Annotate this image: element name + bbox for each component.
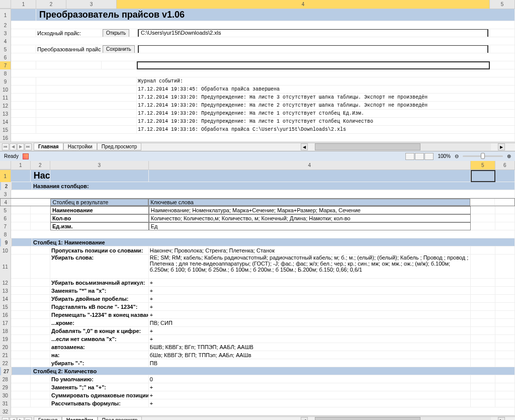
col-header[interactable]: 3 (50, 161, 149, 170)
view-page-layout-icon[interactable] (415, 153, 424, 160)
table-row[interactable]: Ед.изм. (50, 222, 149, 230)
zoom-in-icon[interactable]: ⊕ (507, 153, 511, 159)
macro-record-icon[interactable] (23, 153, 29, 159)
col-header[interactable]: 6 (495, 161, 515, 170)
log-title: Журнал событий: (137, 77, 515, 86)
setting-label: убирать "-": (50, 359, 149, 367)
tab-first-icon[interactable]: ⏮ (2, 143, 9, 150)
table-row[interactable]: Кол-во (50, 214, 149, 222)
setting-value[interactable]: + (149, 287, 471, 295)
setting-value[interactable]: + (149, 335, 471, 343)
col-header-5[interactable]: 5 (490, 0, 515, 9)
col-header-1[interactable]: 1 (11, 0, 36, 9)
table-header-keywords: Ключевые слова (148, 199, 470, 206)
scroll-thumb[interactable] (315, 143, 420, 150)
zoom-slider[interactable] (463, 155, 503, 157)
tab-next-icon[interactable]: ▶ (17, 143, 24, 150)
setting-value[interactable]: ПВ; СИП (149, 319, 471, 327)
scroll-thumb[interactable] (315, 417, 420, 420)
col-header[interactable]: 4 (149, 161, 471, 170)
setting-label: По умолчанию: (50, 375, 149, 383)
setting-value[interactable]: + (149, 311, 471, 319)
col-header-3[interactable]: 3 (66, 0, 117, 9)
table-row[interactable]: Наименование (50, 206, 149, 214)
row-header-6[interactable]: 6 (0, 53, 11, 61)
scroll-left-icon[interactable]: ◀ (301, 143, 308, 150)
settings-title: Настройки (32, 171, 50, 181)
setting-value[interactable]: БШВ; КВВГз; ВГп; ТППЭП; ААБЛ; ААШВ (149, 343, 471, 351)
setting-value[interactable]: бШв; КВВГЭ; ВГП; ТППэп; ААБл; ААШв (149, 351, 471, 359)
h-scrollbar-top[interactable]: ◀ ▶ (141, 143, 515, 151)
setting-value[interactable]: Наконеч; Проволока; Стренга; Плетенка; С… (149, 246, 471, 255)
top-pane: 1 2 3 4 5 1 Преобразователь прайсов v1.0… (0, 0, 515, 161)
table-row[interactable]: Ед (149, 222, 471, 230)
status-bar-top: Ready 100% ⊖ ⊕ (0, 151, 515, 161)
sheet-tabs-bottom: ⏮ ◀ ▶ ⏭ Главная Настройки Пред.просмотр … (0, 415, 515, 420)
selected-cell-top[interactable] (137, 61, 490, 69)
setting-value[interactable]: + (149, 303, 471, 311)
scroll-right-icon[interactable]: ▶ (498, 143, 505, 150)
row-header-1[interactable]: 1 (0, 9, 11, 21)
row-header-8[interactable]: 8 (0, 69, 11, 77)
col-header-4[interactable]: 4 (117, 0, 490, 9)
col-header-2[interactable]: 2 (36, 0, 66, 9)
tab-first-icon[interactable]: ⏮ (2, 417, 9, 421)
setting-value[interactable]: + (149, 383, 471, 391)
selected-cell-bottom[interactable] (471, 170, 495, 182)
row-header-7[interactable]: 7 (0, 61, 11, 69)
tab-settings[interactable]: Настройки (63, 143, 97, 150)
select-all-corner[interactable] (0, 0, 11, 9)
tab-settings[interactable]: Настройки (62, 416, 98, 420)
setting-value[interactable]: + (149, 279, 471, 287)
col-header[interactable]: 2 (31, 161, 50, 170)
setting-label: Подставлять кВ после "- 1234": (50, 303, 149, 311)
tab-main[interactable]: Главная (34, 416, 62, 420)
row-header-4[interactable]: 4 (0, 37, 11, 45)
setting-label: Добавлять ",0" в конце к цифре: (50, 327, 149, 335)
tab-next-icon[interactable]: ▶ (17, 417, 24, 421)
tab-last-icon[interactable]: ⏭ (25, 143, 32, 150)
zoom-level: 100% (438, 153, 451, 159)
bottom-pane: 1 2 3 4 5 6 1 Настройки 2Названия столбц… (0, 161, 515, 420)
h-scrollbar-bottom[interactable]: ◀ ▶ (142, 416, 515, 421)
table-row[interactable]: Количество; Количество,м; Количество, м;… (149, 214, 471, 222)
tab-prev-icon[interactable]: ◀ (10, 143, 17, 150)
view-page-break-icon[interactable] (424, 153, 434, 160)
row-header-5[interactable]: 5 (0, 45, 11, 53)
setting-value[interactable]: ПВ (149, 359, 471, 367)
sheet-top: 1 Преобразователь прайсов v1.06 2 3 Исхо… (0, 9, 515, 142)
source-path-input[interactable]: C:\Users\yur15t\Downloads\2.xls (138, 29, 488, 37)
setting-label: Суммировать одинаковые позиции: (50, 391, 149, 399)
app-title: Преобразователь прайсов v1.06 (37, 10, 185, 20)
save-button[interactable]: Сохранить (103, 45, 135, 53)
setting-label: Убирать слова: (50, 255, 149, 279)
col-header[interactable]: 5 (471, 161, 495, 170)
scroll-left-icon[interactable]: ◀ (301, 417, 308, 420)
tab-preview[interactable]: Пред.просмотр (97, 143, 142, 150)
zoom-out-icon[interactable]: ⊖ (455, 153, 459, 159)
setting-value[interactable]: + (149, 391, 471, 399)
row-header-3[interactable]: 3 (0, 29, 11, 37)
setting-label: ...кроме: (50, 319, 149, 327)
col-header[interactable]: 1 (11, 161, 31, 170)
tab-main[interactable]: Главная (34, 143, 63, 150)
row-header-2[interactable]: 2 (0, 21, 11, 29)
setting-value[interactable]: 0 (149, 375, 471, 383)
tab-prev-icon[interactable]: ◀ (10, 417, 17, 421)
converted-path-input[interactable] (138, 45, 488, 53)
open-button[interactable]: Открыть (103, 29, 129, 37)
setting-value[interactable]: + (149, 327, 471, 335)
view-normal-icon[interactable] (405, 153, 414, 160)
row-header-9[interactable]: 9 (0, 77, 11, 86)
select-all-corner[interactable] (0, 161, 11, 170)
tab-preview[interactable]: Пред.просмотр (98, 416, 142, 420)
section-col1: Столбец 1: Наименование (32, 238, 515, 246)
sheet-bottom: 1 Настройки 2Названия столбцов: 3 4 Стол… (0, 170, 515, 415)
setting-label: ...если нет символа "х": (50, 335, 149, 343)
scroll-right-icon[interactable]: ▶ (498, 417, 505, 420)
setting-value[interactable]: + (149, 399, 471, 407)
setting-value[interactable]: RE; SM; RM; кабель; Кабель радиочастотны… (149, 255, 471, 279)
table-row[interactable]: Наименование; Номенклатура; Марка+Сечени… (149, 206, 471, 214)
setting-value[interactable]: + (149, 295, 471, 303)
tab-last-icon[interactable]: ⏭ (25, 417, 32, 421)
